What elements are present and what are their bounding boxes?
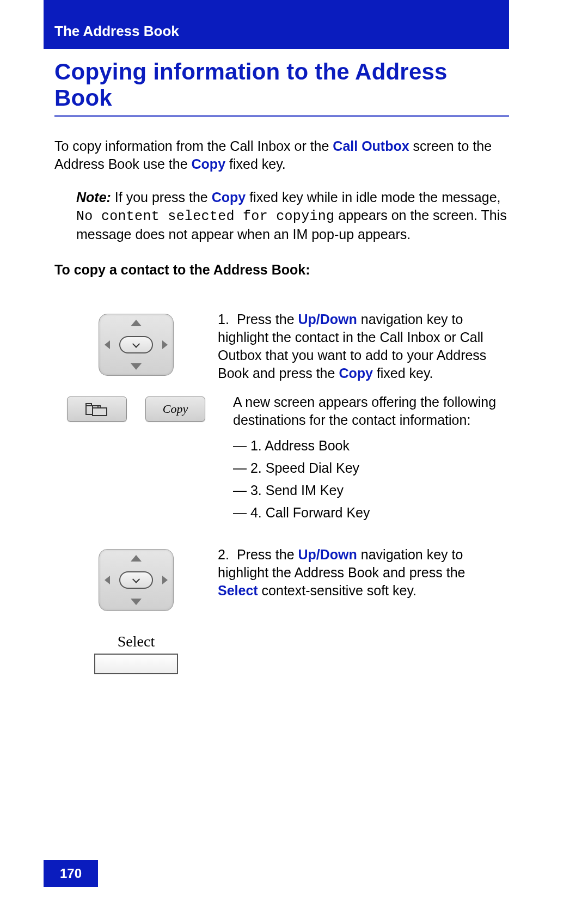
- nav-arrow-down-icon: [131, 599, 142, 605]
- intro-text-1: To copy information from the Call Inbox …: [54, 138, 333, 154]
- section-header: The Address Book: [44, 0, 509, 49]
- step-1-number: 1.: [218, 310, 233, 328]
- nav-enter-icon: [119, 571, 153, 589]
- step-1-t3: fixed key.: [373, 365, 433, 381]
- folder-hardkey-icon: [67, 396, 127, 422]
- page-number: 170: [44, 860, 98, 887]
- note-link-copy[interactable]: Copy: [212, 190, 246, 205]
- destination-list: 1. Address Book 2. Speed Dial Key 3. Sen…: [218, 437, 509, 522]
- link-call-outbox[interactable]: Call Outbox: [333, 138, 409, 154]
- step-1-t1: Press the: [237, 312, 298, 327]
- step-1-row: Copy 1. Press the Up/Down navigation key…: [54, 310, 509, 526]
- select-softkey-block: Select: [94, 633, 178, 674]
- step-2-t1: Press the: [237, 547, 298, 562]
- svg-rect-2: [93, 408, 107, 416]
- step-1-illustration: Copy: [54, 310, 218, 422]
- steps-container: Copy 1. Press the Up/Down navigation key…: [54, 310, 509, 674]
- step-2-select: Select: [218, 583, 258, 598]
- navigation-key-icon: [99, 549, 174, 611]
- page-content: Copying information to the Address Book …: [54, 59, 509, 694]
- hardkey-row: Copy: [67, 396, 205, 422]
- step-1-text: 1. Press the Up/Down navigation key to h…: [218, 310, 509, 526]
- select-softkey-icon: [94, 654, 178, 674]
- intro-paragraph: To copy information from the Call Inbox …: [54, 137, 509, 173]
- note-block: Note: If you press the Copy fixed key wh…: [76, 188, 509, 243]
- note-mono: No content selected for copying: [76, 209, 334, 224]
- nav-arrow-left-icon: [105, 340, 110, 349]
- nav-arrow-left-icon: [105, 576, 110, 584]
- svg-rect-1: [86, 404, 91, 406]
- note-label: Note:: [76, 190, 111, 205]
- step-2-illustration: Select: [54, 546, 218, 674]
- select-softkey-label: Select: [94, 633, 178, 650]
- destination-item: 1. Address Book: [233, 437, 509, 455]
- destination-item: 3. Send IM Key: [233, 481, 509, 499]
- step-1-copy: Copy: [339, 365, 373, 381]
- procedure-heading: To copy a contact to the Address Book:: [54, 262, 509, 278]
- step-2-t3: context-sensitive soft key.: [258, 583, 416, 598]
- step-2-number: 2.: [218, 546, 233, 564]
- destination-item: 2. Speed Dial Key: [233, 459, 509, 477]
- nav-arrow-right-icon: [162, 340, 168, 349]
- destination-item: 4. Call Forward Key: [233, 504, 509, 522]
- note-text-2: fixed key while in idle mode the message…: [246, 190, 500, 205]
- section-header-text: The Address Book: [54, 23, 179, 39]
- note-text-1: If you press the: [111, 190, 212, 205]
- nav-arrow-up-icon: [131, 555, 142, 562]
- step-2-text: 2. Press the Up/Down navigation key to h…: [218, 546, 509, 600]
- nav-enter-icon: [119, 336, 153, 353]
- intro-text-3: fixed key.: [225, 156, 286, 172]
- link-copy[interactable]: Copy: [192, 156, 226, 172]
- page-title: Copying information to the Address Book: [54, 59, 509, 117]
- nav-arrow-up-icon: [131, 320, 142, 326]
- step-2-updown: Up/Down: [298, 547, 357, 562]
- step-1-updown: Up/Down: [298, 312, 357, 327]
- svg-rect-3: [93, 406, 98, 408]
- copy-hardkey-label: Copy: [163, 402, 188, 416]
- navigation-key-icon: [99, 314, 174, 376]
- step-2-row: Select 2. Press the Up/Down navigation k…: [54, 546, 509, 674]
- nav-arrow-down-icon: [131, 363, 142, 370]
- page-number-text: 170: [60, 866, 82, 881]
- step-1-after: A new screen appears offering the follow…: [218, 393, 509, 429]
- nav-arrow-right-icon: [162, 576, 168, 584]
- copy-hardkey: Copy: [145, 396, 205, 422]
